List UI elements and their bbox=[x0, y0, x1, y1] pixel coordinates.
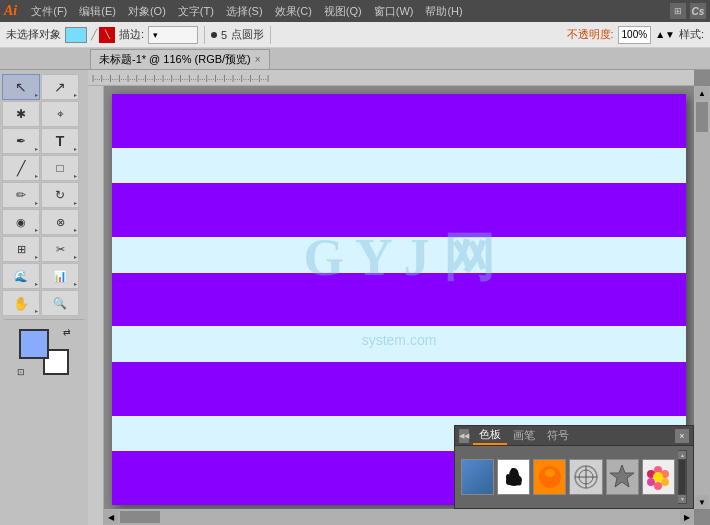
panel-titlebar: ◀◀ 色板 画笔 符号 × bbox=[455, 426, 693, 446]
cs-icon[interactable]: Cs bbox=[690, 3, 706, 19]
menu-view[interactable]: 视图(Q) bbox=[318, 2, 368, 21]
swatch-blue[interactable] bbox=[461, 459, 494, 495]
magic-wand-button[interactable]: ✱ bbox=[2, 101, 40, 127]
rotate-button[interactable]: ↻ ▸ bbox=[41, 182, 79, 208]
tool-arrow-11: ▸ bbox=[35, 253, 38, 260]
panel-scrollbar[interactable]: ▲ ▼ bbox=[678, 450, 687, 504]
type-button[interactable]: T ▸ bbox=[41, 128, 79, 154]
stripe-3 bbox=[112, 273, 686, 327]
ruler-horizontal: |...|...|...|...|...|...|...|...|...|...… bbox=[88, 70, 694, 86]
reset-colors-icon[interactable]: ⊡ bbox=[17, 367, 25, 377]
fill-swatch[interactable] bbox=[65, 27, 87, 43]
svg-point-5 bbox=[506, 474, 510, 480]
selection-tool-button[interactable]: ↖ ▸ bbox=[2, 74, 40, 100]
hand-button[interactable]: ✋ ▸ bbox=[2, 290, 40, 316]
tool-arrow-3: ▸ bbox=[35, 145, 38, 152]
panel-tab-symbols[interactable]: 符号 bbox=[541, 426, 575, 445]
foreground-color-swatch[interactable] bbox=[19, 329, 49, 359]
grid-icon[interactable]: ⊞ bbox=[670, 3, 686, 19]
tab-close-button[interactable]: × bbox=[255, 54, 261, 65]
swatch-needle[interactable] bbox=[569, 459, 602, 495]
panel-scroll-up[interactable]: ▲ bbox=[678, 451, 686, 459]
menu-object[interactable]: 对象(O) bbox=[122, 2, 172, 21]
horizontal-scrollbar[interactable]: ◀ ▶ bbox=[104, 509, 694, 525]
tool-arrow-5: ▸ bbox=[35, 172, 38, 179]
tool-arrow-2: ▸ bbox=[74, 91, 77, 98]
line-icon: ╱ bbox=[17, 160, 25, 176]
swatch-flower[interactable] bbox=[642, 459, 675, 495]
vertical-scrollbar[interactable]: ▲ ▼ bbox=[694, 86, 710, 509]
zoom-button[interactable]: 🔍 bbox=[41, 290, 79, 316]
rect-button[interactable]: □ ▸ bbox=[41, 155, 79, 181]
svg-marker-12 bbox=[610, 465, 634, 487]
chart-icon: 📊 bbox=[53, 270, 67, 283]
tool-arrow-9: ▸ bbox=[35, 226, 38, 233]
scroll-right-button[interactable]: ▶ bbox=[680, 510, 694, 524]
symbol-button[interactable]: ⊗ ▸ bbox=[41, 209, 79, 235]
scroll-h-thumb[interactable] bbox=[120, 511, 160, 523]
menu-edit[interactable]: 编辑(E) bbox=[73, 2, 122, 21]
star-icon bbox=[608, 463, 636, 491]
swap-colors-icon[interactable]: ⇄ bbox=[63, 327, 71, 337]
scroll-left-button[interactable]: ◀ bbox=[104, 510, 118, 524]
swatch-gear[interactable] bbox=[606, 459, 639, 495]
stripe-1 bbox=[112, 94, 686, 148]
chart-button[interactable]: 📊 ▸ bbox=[41, 263, 79, 289]
tool-arrow-4: ▸ bbox=[74, 145, 77, 152]
graph-button[interactable]: ⊞ ▸ bbox=[2, 236, 40, 262]
menu-file[interactable]: 文件(F) bbox=[25, 2, 73, 21]
options-right: 不透明度: 100% ▲▼ 样式: bbox=[567, 26, 705, 44]
menu-help[interactable]: 帮助(H) bbox=[419, 2, 468, 21]
svg-point-16 bbox=[654, 482, 662, 490]
panel-collapse-button[interactable]: ◀◀ bbox=[459, 429, 469, 443]
size-value: 5 bbox=[221, 29, 227, 41]
tool-arrow-14: ▸ bbox=[74, 280, 77, 287]
panel-tab-swatches[interactable]: 色板 bbox=[473, 426, 507, 445]
svg-point-7 bbox=[545, 469, 555, 477]
swatch-orange[interactable] bbox=[533, 459, 566, 495]
panel-content: ▲ ▼ bbox=[455, 446, 693, 508]
tool-row-8: 🌊 ▸ 📊 ▸ bbox=[2, 263, 86, 289]
scroll-thumb[interactable] bbox=[696, 102, 708, 132]
svg-point-19 bbox=[653, 472, 663, 482]
panel-scroll-down[interactable]: ▼ bbox=[678, 495, 686, 503]
blend-button[interactable]: ◉ ▸ bbox=[2, 209, 40, 235]
dot-circle bbox=[211, 32, 217, 38]
stripe-gap-3 bbox=[112, 326, 686, 362]
scroll-down-button[interactable]: ▼ bbox=[695, 495, 709, 509]
rotate-icon: ↻ bbox=[55, 188, 65, 202]
stroke-dropdown[interactable]: ▾ bbox=[148, 26, 198, 44]
opacity-label: 不透明度: bbox=[567, 27, 614, 42]
svg-point-2 bbox=[506, 479, 512, 485]
tool-arrow-10: ▸ bbox=[74, 226, 77, 233]
svg-point-3 bbox=[516, 481, 521, 486]
direct-selection-button[interactable]: ↗ ▸ bbox=[41, 74, 79, 100]
scroll-up-button[interactable]: ▲ bbox=[695, 86, 709, 100]
menu-type[interactable]: 文字(T) bbox=[172, 2, 220, 21]
stripe-4 bbox=[112, 362, 686, 416]
lasso-button[interactable]: ⌖ bbox=[41, 101, 79, 127]
slice-button[interactable]: ✂ ▸ bbox=[41, 236, 79, 262]
blend-icon: ◉ bbox=[16, 216, 26, 229]
slice-icon: ✂ bbox=[56, 243, 65, 256]
opacity-value[interactable]: 100% bbox=[618, 26, 652, 44]
menu-effect[interactable]: 效果(C) bbox=[269, 2, 318, 21]
document-tab[interactable]: 未标题-1* @ 116% (RGB/预览) × bbox=[90, 49, 270, 69]
panel-close-button[interactable]: × bbox=[675, 429, 689, 443]
panel-tab-brushes[interactable]: 画笔 bbox=[507, 426, 541, 445]
warp-icon: 🌊 bbox=[14, 270, 28, 283]
menu-select[interactable]: 选择(S) bbox=[220, 2, 269, 21]
top-bar-right: ⊞ Cs bbox=[670, 3, 706, 19]
line-button[interactable]: ╱ ▸ bbox=[2, 155, 40, 181]
svg-point-4 bbox=[511, 468, 515, 472]
tool-arrow-13: ▸ bbox=[35, 280, 38, 287]
pen-button[interactable]: ✒ ▸ bbox=[2, 128, 40, 154]
menu-window[interactable]: 窗口(W) bbox=[368, 2, 420, 21]
type-icon: T bbox=[56, 133, 65, 149]
swatch-ink[interactable] bbox=[497, 459, 530, 495]
style-label: 样式: bbox=[679, 27, 704, 42]
status-label: 未选择对象 bbox=[6, 27, 61, 42]
warp-button[interactable]: 🌊 ▸ bbox=[2, 263, 40, 289]
pencil-button[interactable]: ✏ ▸ bbox=[2, 182, 40, 208]
tool-arrow-12: ▸ bbox=[74, 253, 77, 260]
